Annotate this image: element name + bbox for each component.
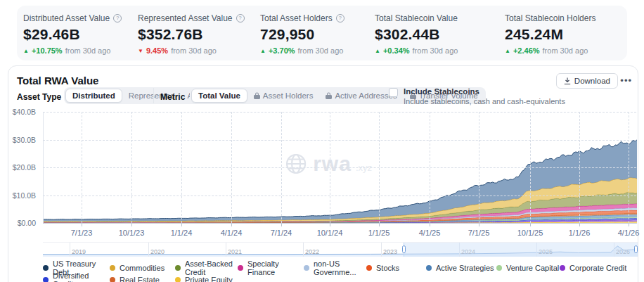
x-tick-label: 4/1/25: [419, 229, 441, 237]
stat-delta: ▲+3.70%from 30d ago: [260, 46, 344, 55]
stat-delta: ▲+2.46%from 30d ago: [505, 46, 595, 55]
minimap-selected-range[interactable]: [404, 243, 638, 257]
stat-delta: ▲+0.34%from 30d ago: [375, 46, 458, 55]
v-gridline: [479, 112, 479, 223]
v-gridline: [379, 112, 380, 223]
minimap-left-handle[interactable]: [402, 245, 406, 253]
delta-arrow-icon: ▲: [505, 48, 510, 54]
legend-label: Venture Capital: [506, 264, 559, 272]
legend-label: Diversified Credit: [53, 271, 110, 282]
time-range-brush[interactable]: 20192020202120222023202420252026: [43, 242, 638, 256]
lock-icon: [254, 92, 260, 99]
info-icon[interactable]: ?: [113, 14, 122, 23]
v-gridline: [231, 112, 232, 223]
v-gridline: [530, 112, 531, 223]
legend-dot-icon: [110, 277, 115, 282]
legend-item-corporate-credit[interactable]: Corporate Credit: [560, 262, 631, 274]
legend-dot-icon: [238, 265, 243, 271]
x-tick-mark: [479, 224, 479, 226]
info-icon[interactable]: ?: [336, 14, 344, 23]
stat-value: 729,950: [260, 26, 344, 43]
legend-dot-icon: [304, 265, 309, 271]
minimap-year-label: 2019: [70, 248, 86, 255]
metric-option-total-value[interactable]: Total Value: [191, 89, 247, 103]
legend-label: Stocks: [376, 264, 399, 272]
legend-dot-icon: [496, 265, 502, 271]
legend-dot-icon: [43, 277, 49, 282]
metric-option-asset-holders[interactable]: Asset Holders: [247, 89, 320, 103]
stat-card-total-stablecoin-holders: Total Stablecoin Holders 245.24M ▲+2.46%…: [505, 13, 595, 55]
y-tick-label: $30.0B: [11, 136, 42, 144]
legend-dot-icon: [560, 265, 565, 271]
x-tick-label: 7/1/25: [468, 229, 490, 237]
stats-summary-panel: Distributed Asset Value? $29.46B ▲+10.75…: [17, 6, 627, 60]
v-gridline: [131, 112, 132, 223]
legend-item-specialty-finance[interactable]: Specialty Finance: [238, 262, 304, 274]
x-tick-label: 7/1/24: [271, 229, 292, 237]
legend-label: Private Equity: [185, 276, 233, 282]
delta-arrow-icon: ▲: [23, 48, 29, 54]
legend-dot-icon: [366, 265, 372, 271]
stat-value: $29.46B: [23, 26, 122, 43]
y-tick-label: $0.00: [11, 219, 42, 227]
stat-delta: ▼9.45%from 30d ago: [138, 46, 245, 55]
legend-item-asset-backed-credit[interactable]: Asset-Backed Credit: [175, 262, 238, 274]
legend-label: non-US Governme...: [314, 259, 366, 276]
x-tick-mark: [131, 224, 132, 226]
download-button[interactable]: Download: [556, 73, 618, 89]
stat-delta: ▲+10.75%from 30d ago: [23, 46, 122, 55]
stat-value: $302.44B: [375, 26, 458, 43]
y-tick-label: $20.0B: [11, 163, 42, 172]
delta-arrow-icon: ▲: [375, 48, 380, 54]
legend-item-private-equity[interactable]: Private Equity: [175, 274, 238, 282]
minimap-right-handle[interactable]: [634, 245, 638, 253]
stat-card-distributed-asset-value: Distributed Asset Value? $29.46B ▲+10.75…: [23, 13, 122, 55]
y-tick-label: $10.0B: [11, 191, 42, 200]
asset-type-label: Asset Type: [17, 92, 61, 102]
legend-item-real-estate[interactable]: Real Estate: [110, 274, 175, 282]
legend-item-venture-capital[interactable]: Venture Capital: [496, 262, 560, 274]
v-gridline: [629, 112, 629, 223]
stat-card-represented-asset-value: Represented Asset Value? $352.76B ▼9.45%…: [138, 13, 245, 55]
legend-item-stocks[interactable]: Stocks: [366, 262, 426, 274]
minimap-year-label: 2020: [148, 248, 165, 255]
asset-type-option-distributed[interactable]: Distributed: [65, 89, 122, 103]
stacked-area-chart-plot: rwa .xyz $40.0B$30.0B$20.0B$10.0B$0.007/…: [43, 112, 636, 223]
stat-label: Total Asset Holders?: [260, 13, 344, 23]
delta-arrow-icon: ▲: [260, 48, 266, 54]
legend-dot-icon: [175, 277, 181, 282]
stat-label: Distributed Asset Value?: [23, 13, 122, 23]
stat-value: 245.24M: [505, 26, 595, 43]
include-stablecoins-checkbox[interactable]: [389, 88, 398, 97]
x-tick-mark: [530, 224, 531, 226]
legend-dot-icon: [110, 265, 115, 271]
legend-item-non-us-government-debt[interactable]: non-US Governme...: [304, 262, 366, 274]
legend-item-commodities[interactable]: Commodities: [110, 262, 175, 274]
checkbox-label: Include Stablecoins: [404, 87, 565, 96]
legend-dot-icon: [43, 265, 49, 271]
minimap-year-label: 2022: [303, 248, 319, 255]
v-gridline: [281, 112, 282, 223]
stat-card-total-stablecoin-value: Total Stablecoin Value $302.44B ▲+0.34%f…: [375, 13, 458, 55]
x-tick-mark: [430, 224, 430, 226]
legend-item-diversified-credit[interactable]: Diversified Credit: [43, 274, 110, 282]
stat-value: $352.76B: [138, 26, 245, 43]
more-options-button[interactable]: •••: [617, 74, 635, 87]
v-gridline: [430, 112, 430, 223]
legend-dot-icon: [426, 265, 432, 271]
stat-card-total-asset-holders: Total Asset Holders? 729,950 ▲+3.70%from…: [260, 13, 344, 55]
x-tick-label: 7/1/23: [71, 229, 93, 237]
x-tick-label: 1/1/25: [368, 229, 390, 237]
checkbox-sublabel: Include stablecoins, cash and cash-equiv…: [404, 97, 565, 105]
legend-item-active-strategies[interactable]: Active Strategies: [426, 262, 496, 274]
x-tick-label: 10/1/24: [317, 229, 343, 237]
legend-label: Active Strategies: [436, 264, 494, 272]
x-tick-mark: [281, 224, 282, 226]
include-stablecoins-control: Include Stablecoins Include stablecoins,…: [389, 87, 565, 105]
info-icon[interactable]: ?: [236, 14, 245, 23]
minimap-year-label: 2021: [226, 248, 242, 255]
x-tick-mark: [379, 224, 380, 226]
divider: [153, 88, 154, 103]
x-tick-label: 10/1/23: [119, 229, 145, 237]
legend-label: Commodities: [120, 264, 165, 272]
